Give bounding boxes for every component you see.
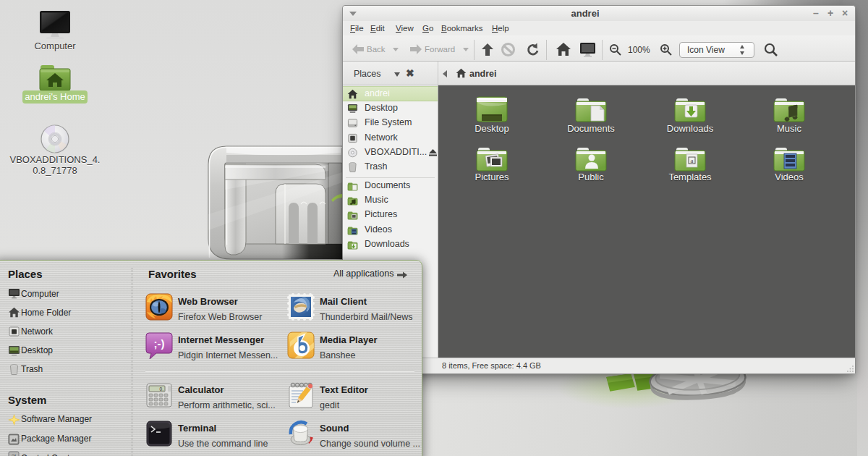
svg-text:?!: ?!	[12, 453, 17, 456]
svg-text:;-): ;-)	[154, 337, 165, 350]
svg-text:0.: 0.	[160, 387, 164, 392]
svg-text:a: a	[691, 157, 694, 164]
